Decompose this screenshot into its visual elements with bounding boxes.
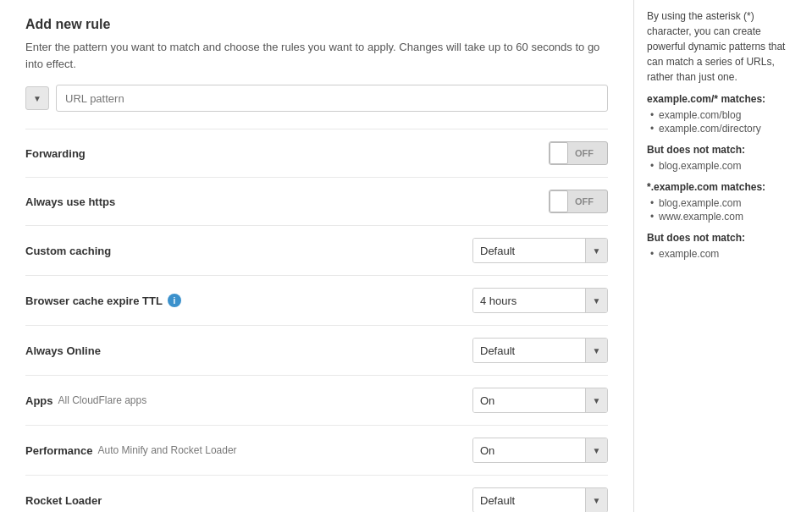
dropdown-performance[interactable]: OnOffDefault: [473, 438, 585, 462]
rule-sublabel-performance: Auto Minify and Rocket Loader: [97, 444, 236, 456]
url-pattern-row: ▼: [25, 85, 608, 112]
sidebar-matches-1: blog.example.comwww.example.com: [647, 196, 799, 223]
rule-label-performance: Performance Auto Minify and Rocket Loade…: [25, 444, 237, 457]
rule-label-forwarding: Forwarding: [25, 147, 86, 160]
rule-label-text-forwarding: Forwarding: [25, 147, 86, 160]
dropdown-apps[interactable]: OnOffDefault: [473, 388, 585, 412]
rule-label-text-rocket-loader: Rocket Loader: [25, 494, 102, 507]
rule-label-rocket-loader: Rocket Loader: [25, 494, 102, 507]
rule-label-text-performance: Performance: [25, 444, 92, 457]
sidebar-not-match-item: blog.example.com: [647, 159, 799, 173]
rule-label-text-browser-cache-ttl: Browser cache expire TTL: [25, 295, 163, 307]
rule-label-custom-caching: Custom caching: [25, 245, 111, 257]
toggle-forwarding[interactable]: OFF: [549, 141, 608, 165]
sidebar-not-match-item: example.com: [647, 247, 799, 261]
page-description: Enter the pattern you want to match and …: [25, 39, 608, 72]
toggle-text-forwarding: OFF: [568, 148, 600, 158]
dropdown-wrapper-browser-cache-ttl: Default30 minutes1 hour2 hours4 hours8 h…: [472, 288, 608, 313]
chevron-down-icon: ▼: [593, 496, 601, 505]
rule-label-text-apps: Apps: [25, 394, 53, 407]
rule-row-apps: Apps All CloudFlare appsOnOffDefault▼: [25, 375, 608, 425]
sidebar-panel: By using the asterisk (*) character, you…: [634, 0, 812, 512]
chevron-down-icon: ▼: [593, 396, 601, 405]
dropdown-wrapper-always-online: DefaultOnOff▼: [472, 338, 608, 363]
chevron-down-icon: ▼: [593, 346, 601, 355]
dropdown-custom-caching[interactable]: DefaultNo cacheBypassCache Everything: [473, 239, 585, 262]
info-icon[interactable]: i: [168, 294, 181, 307]
toggle-always-https[interactable]: OFF: [549, 190, 608, 213]
expand-button[interactable]: ▼: [25, 86, 49, 110]
dropdown-always-online[interactable]: DefaultOnOff: [473, 339, 585, 362]
dropdown-rocket-loader[interactable]: DefaultOnOff: [473, 488, 585, 512]
rule-row-always-https: Always use httpsOFF: [25, 177, 608, 225]
dropdown-wrapper-performance: OnOffDefault▼: [472, 438, 608, 463]
dropdown-arrow-always-online[interactable]: ▼: [585, 339, 607, 362]
rule-row-browser-cache-ttl: Browser cache expire TTLiDefault30 minut…: [25, 275, 608, 325]
chevron-down-icon: ▼: [593, 446, 601, 455]
rule-label-text-always-online: Always Online: [25, 344, 101, 357]
dropdown-wrapper-rocket-loader: DefaultOnOff▼: [472, 487, 608, 512]
rule-row-rocket-loader: Rocket LoaderDefaultOnOff▼: [25, 475, 608, 512]
url-pattern-input[interactable]: [56, 85, 608, 112]
dropdown-wrapper-apps: OnOffDefault▼: [472, 388, 608, 413]
sidebar-match-item: example.com/directory: [647, 122, 799, 135]
page-title: Add new rule: [25, 17, 608, 32]
dropdown-arrow-performance[interactable]: ▼: [585, 438, 607, 462]
chevron-down-icon: ▼: [593, 246, 601, 256]
rule-row-performance: Performance Auto Minify and Rocket Loade…: [25, 425, 608, 475]
chevron-down-icon: ▼: [593, 296, 601, 306]
rule-label-always-online: Always Online: [25, 344, 101, 357]
dropdown-arrow-apps[interactable]: ▼: [585, 388, 607, 412]
dropdown-arrow-browser-cache-ttl[interactable]: ▼: [585, 289, 607, 312]
toggle-text-always-https: OFF: [568, 196, 600, 206]
sidebar-sections: example.com/* matches:example.com/blogex…: [647, 93, 799, 261]
sidebar-intro: By using the asterisk (*) character, you…: [647, 8, 799, 85]
rules-container: ForwardingOFFAlways use httpsOFFCustom c…: [25, 129, 608, 512]
rule-label-text-always-https: Always use https: [25, 195, 115, 208]
rule-row-forwarding: ForwardingOFF: [25, 129, 608, 177]
sidebar-not-heading-0: But does not match:: [647, 144, 799, 156]
rule-label-always-https: Always use https: [25, 195, 115, 208]
toggle-indicator-always-https: [550, 190, 568, 212]
rule-row-always-online: Always OnlineDefaultOnOff▼: [25, 325, 608, 375]
main-panel: Add new rule Enter the pattern you want …: [0, 0, 634, 512]
sidebar-heading-0: example.com/* matches:: [647, 93, 799, 105]
expand-icon: ▼: [33, 94, 41, 103]
toggle-indicator-forwarding: [550, 142, 568, 164]
dropdown-arrow-custom-caching[interactable]: ▼: [585, 239, 607, 262]
dropdown-wrapper-custom-caching: DefaultNo cacheBypassCache Everything▼: [472, 238, 608, 263]
rule-sublabel-apps: All CloudFlare apps: [58, 394, 147, 406]
rule-label-text-custom-caching: Custom caching: [25, 245, 111, 257]
sidebar-match-item: blog.example.com: [647, 196, 799, 210]
dropdown-browser-cache-ttl[interactable]: Default30 minutes1 hour2 hours4 hours8 h…: [473, 289, 585, 312]
rule-label-apps: Apps All CloudFlare apps: [25, 394, 146, 407]
sidebar-not-heading-1: But does not match:: [647, 232, 799, 244]
sidebar-match-item: www.example.com: [647, 210, 799, 223]
sidebar-not-matches-0: blog.example.com: [647, 159, 799, 173]
rule-label-browser-cache-ttl: Browser cache expire TTLi: [25, 294, 181, 307]
dropdown-arrow-rocket-loader[interactable]: ▼: [585, 488, 607, 512]
rule-row-custom-caching: Custom cachingDefaultNo cacheBypassCache…: [25, 225, 608, 275]
sidebar-heading-1: *.example.com matches:: [647, 181, 799, 193]
sidebar-match-item: example.com/blog: [647, 108, 799, 122]
sidebar-matches-0: example.com/blogexample.com/directory: [647, 108, 799, 135]
sidebar-not-matches-1: example.com: [647, 247, 799, 261]
